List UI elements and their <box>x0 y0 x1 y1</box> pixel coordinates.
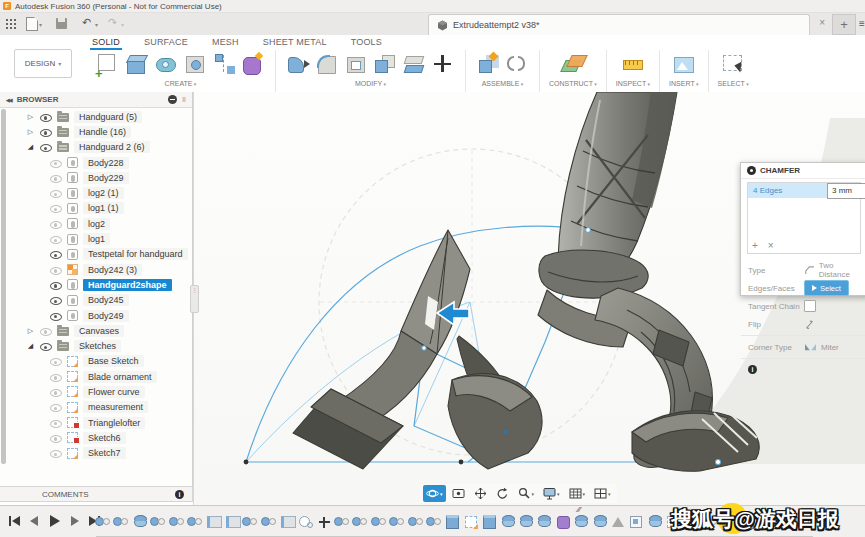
timeline-feature-joint-icon[interactable] <box>188 512 202 530</box>
browser-item-label[interactable]: Body229 <box>83 172 129 184</box>
browser-item[interactable]: Handguard2shape <box>8 277 190 292</box>
add-edge-set-button[interactable]: + <box>752 241 758 251</box>
timeline-feature-box-icon[interactable] <box>225 512 239 530</box>
corner-type-value[interactable]: Miter <box>821 343 839 352</box>
ribbon-tab-surface[interactable]: SURFACE <box>144 37 188 49</box>
modify-group-label[interactable]: MODIFY <box>355 80 386 87</box>
timeline-feature-joint-icon[interactable] <box>390 512 404 530</box>
browser-item-label[interactable]: Sketch7 <box>83 447 126 459</box>
display-settings-button[interactable]: ▾ <box>540 485 563 502</box>
timeline-feature-revolve-icon[interactable]: /// <box>574 512 588 530</box>
timeline-feature-joint-icon[interactable] <box>372 512 386 530</box>
browser-item[interactable]: Sketch7 <box>8 446 190 461</box>
document-tab[interactable]: Extrudeattempt2 v38* <box>428 14 810 35</box>
timeline-feature-revolve-icon[interactable] <box>133 512 147 530</box>
panel-grip-icon[interactable]: ‖ <box>182 95 186 104</box>
ribbon-tab-mesh[interactable]: MESH <box>212 37 239 49</box>
browser-item[interactable]: Body242 (3) <box>8 262 190 277</box>
visibility-eye-icon[interactable] <box>50 294 62 306</box>
create-group-label[interactable]: CREATE <box>165 80 197 87</box>
browser-header[interactable]: ◀◀ BROWSER ‖ <box>0 92 192 108</box>
browser-item[interactable]: ◢Sketches <box>8 338 190 353</box>
visibility-eye-icon[interactable] <box>50 218 62 230</box>
timeline-feature-revolve-icon[interactable] <box>519 512 533 530</box>
timeline-feature-joint-icon[interactable] <box>151 512 165 530</box>
browser-item[interactable]: Body245 <box>8 293 190 308</box>
browser-item-label[interactable]: Canvases <box>74 325 124 337</box>
timeline-feature-joint-icon[interactable] <box>353 512 367 530</box>
visibility-eye-icon[interactable] <box>50 401 62 413</box>
browser-item[interactable]: Body229 <box>8 170 190 185</box>
joint-icon[interactable] <box>504 51 530 77</box>
zoom-button[interactable]: ▾ <box>515 485 538 502</box>
timeline-feature-move-icon[interactable] <box>317 512 331 530</box>
remove-edge-set-button[interactable]: × <box>768 241 774 251</box>
browser-item-label[interactable]: Sketch6 <box>83 432 126 444</box>
timeline-feature-joint-icon[interactable] <box>170 512 184 530</box>
timeline-feature-form-icon[interactable] <box>556 512 570 530</box>
collapse-arrow-icon[interactable]: ◢ <box>26 143 35 151</box>
grid-display-button[interactable]: ▾ <box>566 485 589 502</box>
chamfer-dialog-header[interactable]: CHAMFER <box>741 163 865 179</box>
type-value[interactable]: Two Distance <box>819 261 862 279</box>
step-back-button[interactable] <box>26 513 43 529</box>
timeline-feature-joint-icon[interactable] <box>335 512 349 530</box>
browser-item[interactable]: Trianglelofter <box>8 415 190 430</box>
select-tool-icon[interactable] <box>720 51 746 77</box>
browser-item-label[interactable]: Flower curve <box>83 386 145 398</box>
sweep-icon[interactable] <box>182 51 208 77</box>
visibility-eye-icon[interactable] <box>50 202 62 214</box>
browser-item-label[interactable]: Handguard2shape <box>83 279 172 291</box>
panel-divider-grip[interactable]: ⋮ <box>190 285 199 313</box>
timeline-feature-revolve-icon[interactable] <box>537 512 551 530</box>
orbit-tool-button[interactable]: ▾ <box>423 485 446 502</box>
visibility-eye-icon[interactable] <box>50 447 62 459</box>
construction-plane-icon[interactable] <box>560 51 586 77</box>
combine-icon[interactable] <box>372 51 398 77</box>
create-sketch-icon[interactable] <box>95 51 121 77</box>
comments-bar[interactable]: COMMENTS <box>0 486 193 502</box>
browser-item[interactable]: ▷Handguard (5) <box>8 109 190 124</box>
visibility-eye-icon[interactable] <box>50 279 62 291</box>
visibility-eye-icon[interactable] <box>50 432 62 444</box>
collapse-all-icon[interactable] <box>168 95 177 104</box>
visibility-eye-icon[interactable] <box>50 157 62 169</box>
browser-item-label[interactable]: Body249 <box>83 310 129 322</box>
skip-to-start-button[interactable] <box>6 513 23 529</box>
browser-item[interactable]: log1 (1) <box>8 201 190 216</box>
visibility-eye-icon[interactable] <box>50 355 62 367</box>
browser-item-label[interactable]: Blade ornament <box>83 371 157 383</box>
browser-item[interactable]: Base Sketch <box>8 354 190 369</box>
select-group-label[interactable]: SELECT <box>718 80 749 87</box>
press-pull-icon[interactable] <box>285 51 311 77</box>
visibility-eye-icon[interactable] <box>50 386 62 398</box>
construct-group-label[interactable]: CONSTRUCT <box>549 80 597 87</box>
browser-item[interactable]: ▷Canvases <box>8 323 190 338</box>
browser-item-label[interactable]: log2 (1) <box>83 187 124 199</box>
visibility-eye-icon[interactable] <box>50 310 62 322</box>
browser-item-label[interactable]: Body242 (3) <box>83 264 142 276</box>
timeline-feature-revolve-icon[interactable] <box>593 512 607 530</box>
file-menu-icon[interactable] <box>26 17 38 31</box>
browser-item[interactable]: Body249 <box>8 308 190 323</box>
browser-item-label[interactable]: Body228 <box>83 157 129 169</box>
visibility-eye-icon[interactable] <box>40 111 52 123</box>
dialog-info-icon[interactable] <box>748 365 757 374</box>
browser-item[interactable]: ▷Handle (16) <box>8 124 190 139</box>
browser-item[interactable]: ◢Handguard 2 (6) <box>8 140 190 155</box>
design-workspace-selector[interactable]: DESIGN <box>14 49 72 78</box>
insert-canvas-icon[interactable] <box>671 51 697 77</box>
undo-icon[interactable]: ↶ <box>82 16 91 29</box>
loft-rails-icon[interactable] <box>211 51 237 77</box>
timeline-feature-revolve-icon[interactable] <box>501 512 515 530</box>
visibility-eye-icon[interactable] <box>50 233 62 245</box>
create-form-icon[interactable] <box>240 51 266 77</box>
timeline-feature-joint-icon[interactable] <box>262 512 276 530</box>
visibility-eye-icon[interactable] <box>50 248 62 260</box>
browser-item-label[interactable]: log1 <box>83 233 110 245</box>
new-component-icon[interactable] <box>475 51 501 77</box>
assemble-group-label[interactable]: ASSEMBLE <box>482 80 524 87</box>
browser-item-label[interactable]: Handguard (5) <box>74 111 142 123</box>
visibility-eye-icon[interactable] <box>50 417 62 429</box>
data-panel-grid-icon[interactable] <box>5 18 16 29</box>
